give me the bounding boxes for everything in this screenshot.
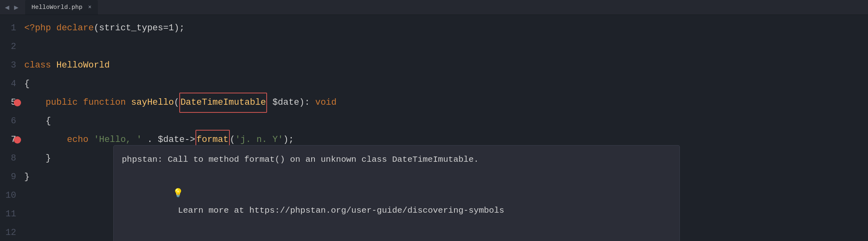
- code-line-6: {: [24, 112, 868, 131]
- tab-bar: ◀ ▶ HelloWorld.php ×: [0, 0, 868, 15]
- tooltip-line-2: 💡 Learn more at https://phpstan.org/user…: [122, 168, 671, 236]
- breakpoint-5[interactable]: [14, 99, 21, 106]
- breakpoint-7[interactable]: [14, 136, 21, 144]
- token: =: [163, 19, 168, 38]
- file-tab[interactable]: HelloWorld.php ×: [25, 0, 98, 15]
- token: public: [24, 93, 83, 112]
- code-line-5: public function sayHello ( DateTimeImuta…: [24, 93, 868, 112]
- token: declare: [56, 19, 93, 38]
- no-breakpoint-8: [14, 155, 21, 162]
- tooltip-line2-text: Learn more at https://phpstan.org/user-g…: [173, 206, 504, 215]
- no-breakpoint-6: [14, 118, 21, 125]
- no-breakpoint-11: [14, 211, 21, 218]
- nav-arrows: ◀ ▶: [3, 2, 20, 13]
- token: echo: [24, 131, 94, 149]
- code-line-3: class HelloWorld: [24, 56, 868, 75]
- token: }: [24, 149, 51, 168]
- code-line-2: [24, 38, 868, 56]
- no-breakpoint-4: [14, 80, 21, 88]
- token: sayHello: [131, 93, 174, 112]
- token: <?php: [24, 19, 56, 38]
- code-line-1: <?php declare ( strict_types = 1 );: [24, 19, 868, 38]
- token-datetimeimutable: DateTimeImutable: [179, 93, 267, 113]
- forward-arrow-icon[interactable]: ▶: [13, 2, 20, 13]
- tab-filename: HelloWorld.php: [32, 4, 83, 11]
- token: );: [174, 19, 185, 38]
- code-line-4: {: [24, 75, 868, 93]
- lightbulb-icon: 💡: [173, 189, 183, 198]
- token: function: [83, 93, 131, 112]
- no-breakpoint-2: [14, 43, 21, 51]
- code-area: <?php declare ( strict_types = 1 ); clas…: [24, 15, 868, 241]
- no-breakpoint-12: [14, 229, 21, 237]
- token: (: [94, 19, 99, 38]
- token: void: [315, 93, 337, 112]
- no-breakpoint-10: [14, 192, 21, 199]
- editor-body: 1 2 3 4 5 6 7 8 9 10 11 12 <?php declare…: [0, 15, 868, 241]
- editor: ◀ ▶ HelloWorld.php × 1 2 3 4 5 6 7 8 9 1…: [0, 0, 868, 241]
- token: $date):: [267, 93, 315, 112]
- token: HelloWorld: [56, 56, 110, 75]
- token: (: [174, 93, 179, 112]
- token: }: [24, 168, 30, 186]
- tooltip-box: phpstan: Call to method format() on an u…: [113, 145, 680, 241]
- back-arrow-icon[interactable]: ◀: [3, 2, 11, 13]
- token: {: [24, 75, 30, 93]
- token: {: [24, 112, 51, 131]
- token: strict_types: [99, 19, 163, 38]
- tab-close-button[interactable]: ×: [88, 4, 91, 11]
- no-breakpoint-3: [14, 62, 21, 69]
- tooltip-line-1: phpstan: Call to method format() on an u…: [122, 151, 671, 168]
- no-breakpoint-9: [14, 173, 21, 181]
- no-breakpoint-1: [14, 25, 21, 32]
- token: class: [24, 56, 56, 75]
- token: 1: [168, 19, 174, 38]
